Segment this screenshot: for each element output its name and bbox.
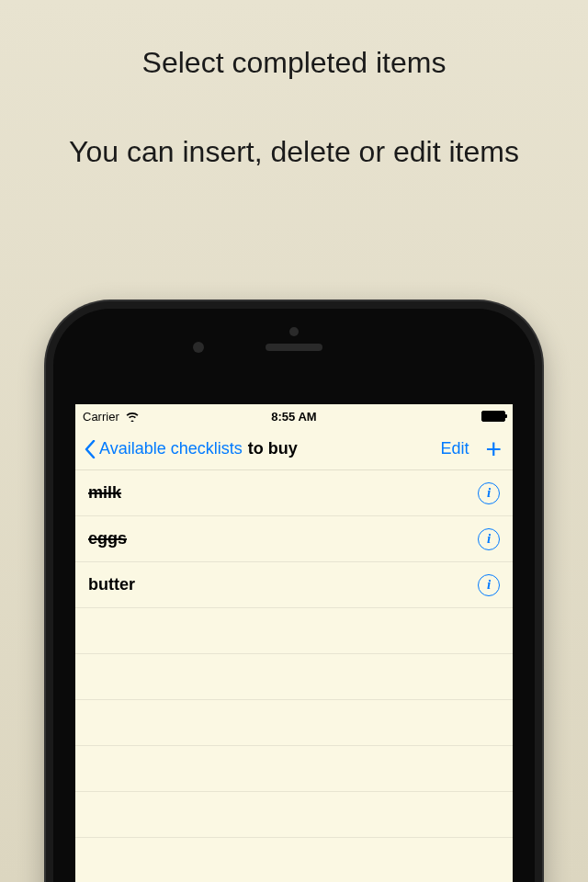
info-icon[interactable]: i (478, 574, 500, 596)
item-label: eggs (88, 529, 127, 548)
proximity-sensor-icon (289, 327, 299, 336)
empty-row (75, 654, 513, 700)
edit-button[interactable]: Edit (440, 439, 469, 458)
list-item[interactable]: eggsi (75, 516, 513, 562)
status-time: 8:55 AM (271, 410, 316, 424)
phone-screen: Carrier 8:55 AM Available checklists to … (75, 404, 513, 882)
chevron-left-icon (85, 440, 96, 458)
info-icon[interactable]: i (478, 528, 500, 550)
carrier-label: Carrier (83, 410, 119, 424)
status-bar: Carrier 8:55 AM (75, 404, 513, 428)
battery-icon (481, 411, 505, 422)
add-button[interactable]: + (485, 435, 502, 463)
promo-heading-1: Select completed items (0, 46, 588, 80)
promo-heading-2: You can insert, delete or edit items (0, 135, 588, 169)
back-button[interactable]: Available checklists (85, 439, 243, 458)
empty-row (75, 746, 513, 792)
empty-row (75, 608, 513, 654)
checklist: milkieggsibutteri (75, 470, 513, 882)
page-title: to buy (248, 439, 298, 458)
list-item[interactable]: milki (75, 470, 513, 516)
back-label: Available checklists (99, 439, 243, 458)
phone-bezel: Carrier 8:55 AM Available checklists to … (53, 309, 535, 882)
wifi-icon (125, 411, 140, 422)
item-label: milk (88, 483, 121, 503)
empty-row (75, 838, 513, 882)
item-label: butter (88, 575, 135, 594)
list-item[interactable]: butteri (75, 562, 513, 608)
empty-row (75, 700, 513, 746)
front-camera-icon (193, 342, 204, 353)
empty-row (75, 792, 513, 838)
info-icon[interactable]: i (478, 482, 500, 504)
phone-frame: Carrier 8:55 AM Available checklists to … (46, 301, 542, 882)
speaker-icon (266, 344, 322, 351)
navigation-bar: Available checklists to buy Edit + (75, 428, 513, 470)
